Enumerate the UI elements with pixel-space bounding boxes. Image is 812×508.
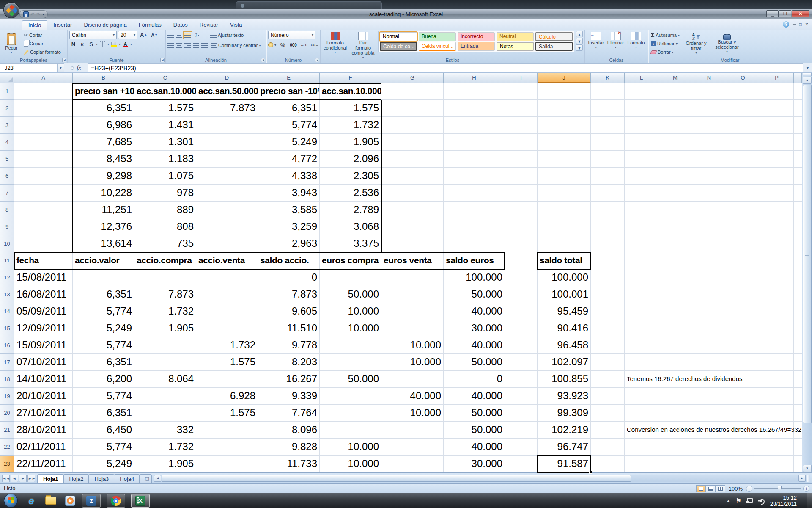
cell-M16[interactable] (658, 337, 692, 354)
gallery-up-icon[interactable]: ▲ (576, 31, 583, 37)
sheet-tab-hoja2[interactable]: Hoja2 (63, 474, 89, 483)
cell-C23[interactable]: 1.905 (134, 456, 196, 472)
align-left-icon[interactable] (167, 43, 174, 48)
cell-K21[interactable] (591, 422, 625, 439)
row-header-18[interactable]: 18 (0, 371, 14, 388)
cell-J13[interactable]: 100.001 (538, 286, 591, 303)
cell-K19[interactable] (591, 388, 625, 405)
cell-L16[interactable] (625, 337, 658, 354)
cell-A14[interactable]: 05/09/2011 (14, 303, 73, 320)
cell-N3[interactable] (692, 117, 726, 134)
cell-F11[interactable]: euros compra (320, 252, 381, 269)
font-color-button[interactable]: A (121, 40, 129, 48)
cell-D1[interactable]: acc.san.50.000 (196, 83, 258, 100)
cell-L14[interactable] (625, 303, 658, 320)
cell-F12[interactable] (320, 269, 381, 286)
cell-F18[interactable]: 50.000 (320, 371, 381, 388)
cell-D20[interactable]: 1.575 (196, 405, 258, 422)
cell-K11[interactable] (591, 252, 625, 269)
wrap-text-button[interactable]: Ajustar texto (209, 31, 244, 39)
formula-bar-expand-icon[interactable]: ▼ (803, 64, 812, 72)
cell-K8[interactable] (591, 202, 625, 218)
align-right-icon[interactable] (184, 43, 191, 48)
cell-E4[interactable]: 5,249 (258, 134, 320, 151)
cell-C8[interactable]: 889 (134, 202, 196, 218)
alignment-dialog-launcher[interactable]: ◢ (261, 58, 265, 62)
cell-style-calculo[interactable]: Cálculo (535, 32, 573, 41)
cell-O16[interactable] (726, 337, 760, 354)
cell-B21[interactable]: 6,450 (73, 422, 134, 439)
fill-color-button[interactable] (110, 40, 118, 48)
cell-A17[interactable]: 07/10/2011 (14, 354, 73, 371)
cell-J2[interactable] (538, 100, 591, 117)
cell-I2[interactable] (505, 100, 538, 117)
next-sheet-icon[interactable]: ► (19, 475, 27, 482)
cell-I21[interactable] (505, 422, 538, 439)
cell-D9[interactable] (196, 218, 258, 235)
cell-E22[interactable]: 9.828 (258, 439, 320, 456)
row-header-9[interactable]: 9 (0, 218, 14, 235)
cell-M10[interactable] (658, 235, 692, 252)
clear-button[interactable]: Borrar▾ (650, 48, 680, 56)
cell-E5[interactable]: 4,772 (258, 151, 320, 168)
cell-C15[interactable]: 1.905 (134, 320, 196, 337)
cell-D14[interactable] (196, 303, 258, 320)
tab-revisar[interactable]: Revisar (194, 20, 224, 30)
cell-O10[interactable] (726, 235, 760, 252)
column-header-B[interactable]: B (73, 73, 134, 83)
column-header-E[interactable]: E (258, 73, 320, 83)
zoom-knob[interactable] (778, 486, 782, 491)
cell-E20[interactable]: 7.764 (258, 405, 320, 422)
cell-O4[interactable] (726, 134, 760, 151)
row-header-17[interactable]: 17 (0, 354, 14, 371)
cell-style-buena[interactable]: Buena (419, 32, 456, 41)
cell-M4[interactable] (658, 134, 692, 151)
cell-B8[interactable]: 11,251 (73, 202, 134, 218)
cell-F20[interactable] (320, 405, 381, 422)
cell-M5[interactable] (658, 151, 692, 168)
cell-O12[interactable] (726, 269, 760, 286)
cell-I15[interactable] (505, 320, 538, 337)
increase-indent-icon[interactable] (201, 43, 208, 48)
bold-button[interactable]: N (69, 40, 77, 48)
cell-L19[interactable] (625, 388, 658, 405)
currency-format-icon[interactable]: ▾ (268, 41, 276, 49)
cell-E1[interactable]: precio san -10% (258, 83, 320, 100)
cell-M23[interactable] (658, 456, 692, 472)
row-header-20[interactable]: 20 (0, 405, 14, 422)
taskbar-excel[interactable]: X (131, 494, 150, 508)
cell-M6[interactable] (658, 168, 692, 185)
tab-formulas[interactable]: Fórmulas (133, 20, 167, 30)
cell-G22[interactable] (381, 439, 444, 456)
align-top-icon[interactable] (167, 33, 174, 38)
number-format-select[interactable]: Número▾ (268, 31, 315, 39)
cell-K13[interactable] (591, 286, 625, 303)
cell-A20[interactable]: 27/10/2011 (14, 405, 73, 422)
vertical-scrollbar[interactable]: ▲ ▼ (802, 73, 812, 472)
cell-P14[interactable] (760, 303, 794, 320)
align-center-icon[interactable] (176, 43, 182, 48)
cell-F5[interactable]: 2.096 (320, 151, 381, 168)
cell-O8[interactable] (726, 202, 760, 218)
cell-P1[interactable] (760, 83, 794, 100)
cell-D21[interactable] (196, 422, 258, 439)
cell-K16[interactable] (591, 337, 625, 354)
cell-E15[interactable]: 11.510 (258, 320, 320, 337)
align-middle-icon[interactable] (176, 33, 182, 38)
column-header-H[interactable]: H (444, 73, 505, 83)
cell-C12[interactable] (134, 269, 196, 286)
cell-A7[interactable] (14, 185, 73, 202)
cell-H15[interactable]: 30.000 (444, 320, 505, 337)
gallery-down-icon[interactable]: ▼ (576, 38, 583, 44)
cell-B13[interactable]: 6,351 (73, 286, 134, 303)
show-desktop-button[interactable] (807, 493, 812, 508)
column-header-C[interactable]: C (134, 73, 196, 83)
cut-button[interactable]: ✂Cortar (23, 31, 62, 39)
cell-F21[interactable] (320, 422, 381, 439)
cell-style-neutral[interactable]: Neutral (497, 32, 534, 41)
format-cells-button[interactable]: Formato▾ (626, 31, 646, 50)
cell-C7[interactable]: 978 (134, 185, 196, 202)
cell-N16[interactable] (692, 337, 726, 354)
cell-H22[interactable]: 40.000 (444, 439, 505, 456)
cell-G12[interactable] (381, 269, 444, 286)
